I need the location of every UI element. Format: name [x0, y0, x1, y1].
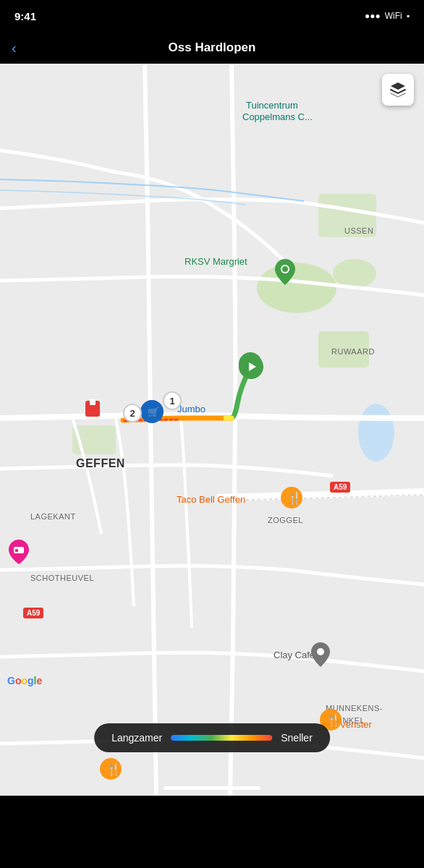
poi-coppelmans: Coppelmans C... — [242, 111, 313, 122]
label-lagekant: LAGEKANT — [30, 512, 76, 521]
legend-bar: Langzamer Sneller — [94, 723, 330, 752]
hotel-pin — [9, 540, 29, 567]
road-badge-a59-2: A59 — [23, 608, 43, 618]
svg-text:🛒: 🛒 — [148, 406, 160, 418]
svg-rect-26 — [15, 549, 18, 552]
wifi-icon: WiFi — [385, 11, 402, 21]
waypoint-2: 2 — [123, 404, 142, 422]
svg-rect-11 — [90, 399, 96, 405]
nav-bar: ‹ Oss Hardlopen — [0, 32, 424, 64]
food-pin-taco: 🍴 — [281, 487, 302, 511]
signal-icon: ●●● — [365, 11, 381, 21]
poi-rksv: RKSV Margriet — [185, 256, 247, 267]
label-schotheuvel: SCHOTHEUVEL — [30, 574, 94, 582]
battery-icon: ▪ — [407, 11, 410, 21]
back-button[interactable]: ‹ — [12, 40, 17, 56]
label-ussen: USSEN — [344, 226, 373, 235]
road-badge-a59-1: A59 — [330, 482, 350, 493]
poi-tuincentrum: Tuincentrum — [246, 100, 298, 111]
poi-clay-cafe: Clay Café — [274, 650, 315, 660]
food-pin-bottom: 🍴 — [100, 758, 122, 783]
svg-text:🍴: 🍴 — [326, 713, 341, 727]
svg-point-5 — [358, 404, 394, 461]
status-time: 9:41 — [14, 10, 36, 22]
svg-point-18 — [317, 648, 324, 655]
poi-taco-bell: Taco Bell Geffen — [177, 494, 245, 505]
legend-slower-label: Langzamer — [111, 732, 162, 744]
page-title: Oss Hardlopen — [169, 41, 256, 55]
legend-faster-label: Sneller — [281, 732, 313, 744]
label-geffen: Geffen — [76, 457, 125, 470]
clay-cafe-pin — [311, 642, 330, 670]
svg-text:🍴: 🍴 — [106, 762, 121, 776]
home-indicator — [164, 786, 260, 790]
rksv-pin — [275, 259, 295, 288]
layer-button[interactable] — [382, 74, 414, 106]
svg-text:🍴: 🍴 — [287, 491, 302, 505]
map-container: 🛒 USSEN RUWAARD Geffen LAGEKANT SCHOTHEU… — [0, 64, 424, 796]
svg-point-2 — [257, 263, 336, 313]
start-pin — [239, 354, 263, 382]
status-bar: 9:41 ●●● WiFi ▪ — [0, 0, 424, 32]
legend-gradient — [171, 735, 272, 741]
svg-point-3 — [333, 259, 376, 288]
label-zoggel: ZOGGEL — [268, 516, 303, 524]
svg-point-15 — [282, 266, 288, 272]
label-ruwaard: RUWAARD — [331, 347, 375, 356]
google-logo: Google — [7, 674, 42, 687]
map-background: 🛒 — [0, 64, 424, 796]
status-icons: ●●● WiFi ▪ — [365, 11, 410, 21]
poi-jumbo: Jumbo — [177, 404, 205, 414]
waypoint-1: 1 — [163, 391, 182, 410]
